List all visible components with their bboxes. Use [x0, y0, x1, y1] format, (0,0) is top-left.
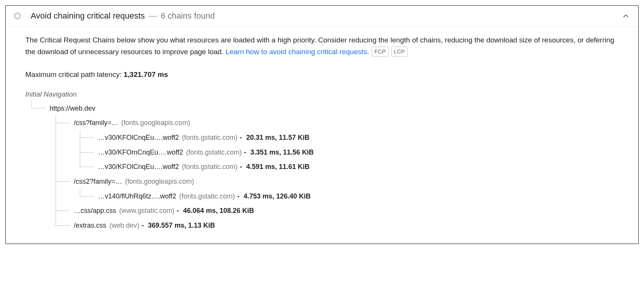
chain-node-host: (web.dev): [109, 222, 139, 229]
chain-node-stats: 20.31 ms, 11.57 KiB: [246, 134, 310, 141]
audit-panel: Avoid chaining critical requests — 6 cha…: [5, 5, 639, 244]
audit-description: The Critical Request Chains below show y…: [25, 34, 619, 58]
chain-node-dash: -: [240, 163, 244, 170]
audit-header[interactable]: Avoid chaining critical requests — 6 cha…: [6, 6, 638, 27]
tree-root-label: Initial Navigation: [25, 89, 619, 100]
chain-node-path: /extras.css: [74, 222, 106, 229]
chain-node-path: …v30/KFOlCnqEu….woff2: [98, 134, 179, 141]
chain-node-host: (fonts.googleapis.com): [125, 178, 194, 185]
chain-node: …v140/flUhRq6tz….woff2(fonts.gstatic.com…: [74, 189, 619, 204]
chevron-up-icon[interactable]: [622, 12, 630, 20]
chain-node-host: (www.gstatic.com): [119, 207, 174, 214]
chain-node: …css/app.css(www.gstatic.com)- 46.064 ms…: [50, 203, 619, 218]
chain-node: …v30/KFOmCnqEu….woff2(fonts.gstatic.com)…: [74, 145, 619, 160]
title-separator: —: [149, 11, 157, 21]
chain-node: https://web.dev/css?family=…(fonts.googl…: [25, 101, 619, 233]
chain-node-host: (fonts.gstatic.com): [182, 163, 238, 170]
chain-node-dash: -: [177, 207, 181, 214]
chain-node-stats: 3.351 ms, 11.56 KiB: [250, 148, 314, 156]
request-chain-tree: Initial Navigation https://web.dev/css?f…: [25, 89, 619, 233]
chain-node: …v30/KFOlCnqEu….woff2(fonts.gstatic.com)…: [74, 159, 619, 174]
chain-node-host: (fonts.gstatic.com): [186, 148, 242, 156]
metric-tag-fcp: FCP: [372, 47, 389, 57]
chain-node: …v30/KFOlCnqEu….woff2(fonts.gstatic.com)…: [74, 130, 619, 145]
chain-node-path: /css?family=…: [74, 119, 118, 127]
chain-node-path: …css/app.css: [74, 207, 116, 214]
max-latency-label: Maximum critical path latency:: [25, 70, 124, 78]
chain-node-stats: 4.753 ms, 126.40 KiB: [244, 192, 311, 200]
chain-node: /css2?family=…(fonts.googleapis.com)…v14…: [50, 174, 619, 203]
chain-node-path: …v30/KFOlCnqEu….woff2: [98, 163, 179, 170]
metric-tag-lcp: LCP: [391, 47, 408, 57]
audit-body: The Critical Request Chains below show y…: [6, 27, 638, 244]
audit-subtitle: 6 chains found: [161, 11, 215, 21]
chain-node-stats: 369.557 ms, 1.13 KiB: [148, 222, 215, 229]
chain-node: /css?family=…(fonts.googleapis.com)…v30/…: [50, 116, 619, 174]
audit-title: Avoid chaining critical requests: [31, 11, 145, 21]
chain-node-host: (fonts.gstatic.com): [182, 134, 238, 141]
chain-node-stats: 46.064 ms, 108.26 KiB: [183, 207, 254, 214]
chain-node-dash: -: [142, 222, 146, 229]
chain-node-path: …v30/KFOmCnqEu….woff2: [98, 148, 183, 156]
chain-node-dash: -: [237, 192, 241, 200]
max-latency-value: 1,321.707 ms: [124, 70, 168, 78]
chain-node-dash: -: [240, 134, 244, 141]
chain-node-path: https://web.dev: [50, 105, 95, 112]
chain-node-stats: 4.591 ms, 11.61 KiB: [246, 163, 310, 170]
learn-more-link[interactable]: Learn how to avoid chaining critical req…: [226, 48, 367, 56]
chain-node-host: (fonts.googleapis.com): [121, 119, 190, 127]
chain-node-path: …v140/flUhRq6tz….woff2: [98, 192, 176, 200]
chain-node: /extras.css(web.dev)- 369.557 ms, 1.13 K…: [50, 218, 619, 233]
max-latency: Maximum critical path latency: 1,321.707…: [25, 69, 619, 80]
status-circle-icon: [14, 12, 21, 19]
description-text-2: .: [367, 48, 369, 56]
chain-node-host: (fonts.gstatic.com): [179, 192, 235, 200]
chain-node-path: /css2?family=…: [74, 178, 122, 185]
chain-node-dash: -: [244, 148, 248, 156]
